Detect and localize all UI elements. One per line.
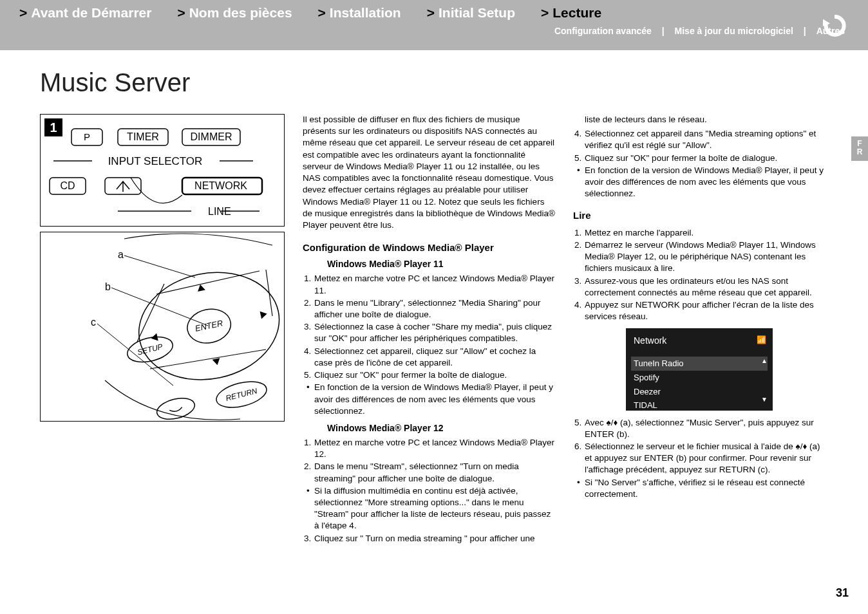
svg-text:a: a xyxy=(118,249,124,260)
back-icon[interactable] xyxy=(820,12,849,40)
nav-avant[interactable]: >Avant de Démarrer xyxy=(19,5,151,21)
heading-wmp12: Windows Media® Player 12 xyxy=(327,422,555,434)
text-column-1: Il est possible de diffuser en flux des … xyxy=(303,114,555,550)
svg-line-28 xyxy=(266,270,272,316)
svg-line-22 xyxy=(97,324,173,386)
svg-text:NETWORK: NETWORK xyxy=(194,180,247,191)
svg-text:b: b xyxy=(105,281,111,292)
svg-text:TIMER: TIMER xyxy=(127,131,159,142)
svg-text:c: c xyxy=(91,317,96,328)
sublink-config[interactable]: Configuration avancée xyxy=(554,26,652,36)
diagram-input-selector: 1 P TIMER DIMMER INPUT SELECTOR CD NETWO… xyxy=(40,114,285,227)
page-title: Music Server xyxy=(40,68,868,97)
language-tab-fr[interactable]: F R xyxy=(851,136,868,161)
svg-line-29 xyxy=(150,349,266,369)
nav-installation[interactable]: >Installation xyxy=(318,5,401,21)
diagram-remote-buttons: a b c ENTER xyxy=(40,232,285,422)
text-column-2: liste de lecteurs dans le réseau. 4.Séle… xyxy=(573,114,826,550)
svg-text:CD: CD xyxy=(60,180,75,191)
svg-line-26 xyxy=(156,271,259,294)
svg-text:RETURN: RETURN xyxy=(225,386,258,403)
intro-paragraph: Il est possible de diffuser en flux des … xyxy=(303,114,555,231)
sublink-firmware[interactable]: Mise à jour du micrologiciel xyxy=(675,26,793,36)
svg-text:INPUT SELECTOR: INPUT SELECTOR xyxy=(108,155,203,167)
callout-1: 1 xyxy=(44,118,62,136)
nav-nom[interactable]: >Nom des pièces xyxy=(177,5,292,21)
sub-nav: Configuration avancée | Mise à jour du m… xyxy=(0,21,868,36)
network-screen-mock: Network 📶 TuneIn Radio Spotify Deezer TI… xyxy=(626,328,773,411)
wifi-icon: 📶 xyxy=(757,335,766,345)
svg-line-18 xyxy=(124,256,195,277)
svg-line-27 xyxy=(137,284,164,342)
heading-lire: Lire xyxy=(573,209,826,222)
svg-point-34 xyxy=(155,395,196,421)
svg-text:P: P xyxy=(84,131,90,142)
svg-text:DIMMER: DIMMER xyxy=(191,131,232,142)
breadcrumb-nav: >Avant de Démarrer >Nom des pièces >Inst… xyxy=(0,0,868,21)
nav-lecture[interactable]: >Lecture xyxy=(541,5,601,21)
heading-config-wmp: Configuration de Windows Media® Player xyxy=(303,241,555,254)
nav-initial-setup[interactable]: >Initial Setup xyxy=(427,5,515,21)
svg-text:ENTER: ENTER xyxy=(194,318,223,333)
header-bar: >Avant de Démarrer >Nom des pièces >Inst… xyxy=(0,0,868,50)
heading-wmp11: Windows Media® Player 11 xyxy=(327,258,555,270)
page-number: 31 xyxy=(836,586,849,600)
